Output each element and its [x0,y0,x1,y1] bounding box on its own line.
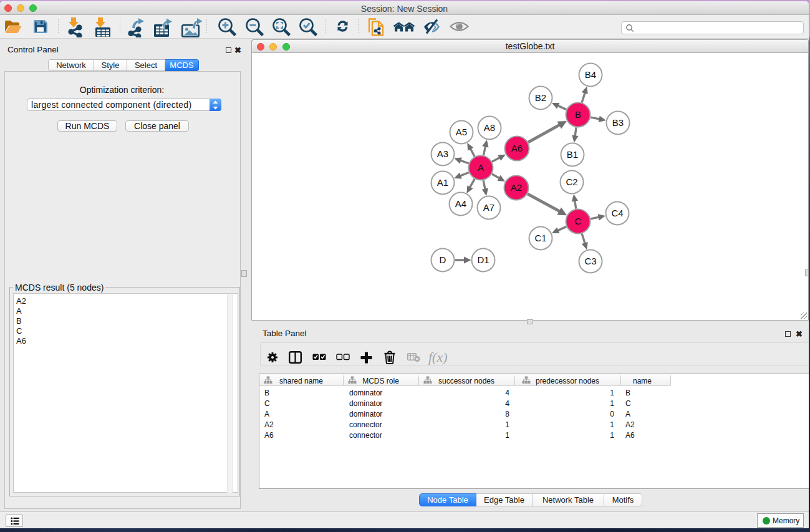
svg-text:A3: A3 [437,148,448,159]
svg-text:A7: A7 [483,202,494,213]
svg-text:B: B [575,109,581,120]
svg-text:C: C [575,216,582,226]
svg-text:A4: A4 [455,198,466,209]
svg-text:A: A [478,162,484,173]
svg-text:C2: C2 [566,177,577,187]
svg-text:C3: C3 [584,256,596,266]
svg-text:C1: C1 [534,233,546,243]
svg-text:B4: B4 [585,69,596,80]
svg-text:A8: A8 [484,122,495,133]
svg-text:B1: B1 [567,149,578,160]
svg-text:A1: A1 [437,177,448,188]
svg-text:A2: A2 [511,182,522,193]
svg-text:B3: B3 [612,117,624,128]
svg-text:B2: B2 [535,92,546,103]
svg-text:A5: A5 [456,127,467,137]
svg-text:A6: A6 [511,143,523,153]
svg-text:D1: D1 [477,254,489,265]
svg-text:C4: C4 [611,208,623,218]
svg-text:D: D [440,254,446,265]
